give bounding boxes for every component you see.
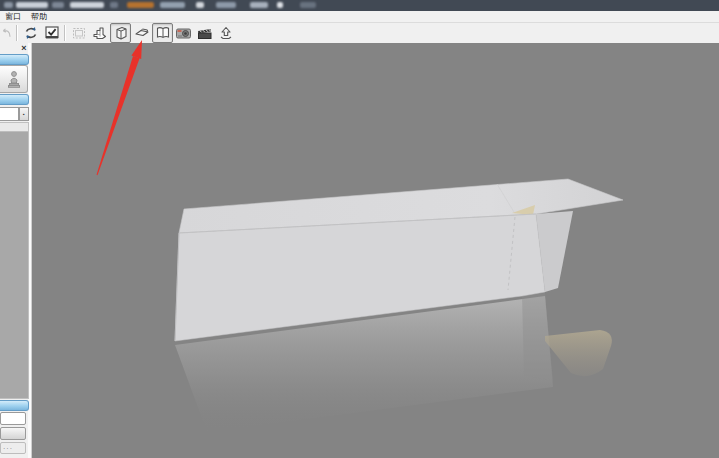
panel-combobox-field[interactable] [0, 107, 19, 121]
titlebar-blur-item [160, 2, 185, 8]
panel-group-header-bottom[interactable] [0, 400, 29, 411]
panel-text-input[interactable] [0, 412, 26, 425]
panel-group-header-top[interactable] [0, 54, 29, 65]
apply-check-button[interactable] [41, 23, 62, 43]
carton-3d-render [32, 43, 719, 458]
viewport-3d[interactable] [32, 43, 719, 458]
statue-tool-button[interactable] [0, 65, 28, 93]
left-panel: × ▪ ··· [0, 43, 32, 458]
titlebar-blur-item [127, 2, 154, 8]
panel-content-header [0, 123, 28, 132]
toolbar-separator [64, 25, 66, 41]
open-preview-button[interactable] [152, 23, 173, 43]
titlebar-blur-item [277, 2, 283, 8]
flat-sheet-button[interactable] [131, 23, 152, 43]
window-titlebar [0, 0, 719, 11]
publish-arrow-up-button[interactable] [215, 23, 236, 43]
menu-window[interactable]: 窗口 [0, 11, 26, 22]
titlebar-blur-item [70, 2, 104, 8]
titlebar-blur-item [110, 2, 118, 8]
panel-group-header-mid[interactable] [0, 94, 29, 105]
statue-icon [6, 69, 22, 89]
titlebar-blur-item [52, 2, 64, 8]
panel-close-button[interactable]: × [19, 44, 29, 53]
refresh-model-button[interactable] [20, 23, 41, 43]
menubar: 窗口 帮助 [0, 11, 719, 23]
toolbar [0, 23, 719, 44]
unfolded-blank-button[interactable] [89, 23, 110, 43]
wireframe-box-icon [68, 23, 89, 43]
undo-curved-arrow-icon [0, 23, 14, 43]
toolbar-separator [16, 25, 18, 41]
titlebar-blur-item [4, 2, 13, 8]
titlebar-blur-item [300, 2, 316, 8]
titlebar-blur-item [250, 2, 268, 8]
titlebar-blur-item [216, 2, 236, 8]
panel-content-area[interactable] [0, 122, 29, 399]
fold-3d-box-button[interactable] [110, 23, 131, 43]
titlebar-blur-item [16, 2, 48, 8]
panel-combobox-dropdown-button[interactable]: ▪ [19, 107, 29, 121]
titlebar-blur-item [196, 2, 204, 8]
panel-dots-control[interactable]: ··· [0, 442, 26, 454]
menu-help[interactable]: 帮助 [26, 11, 52, 22]
animation-clapperboard-button[interactable] [194, 23, 215, 43]
panel-action-button[interactable] [0, 427, 26, 440]
snapshot-camera-button[interactable] [173, 23, 194, 43]
